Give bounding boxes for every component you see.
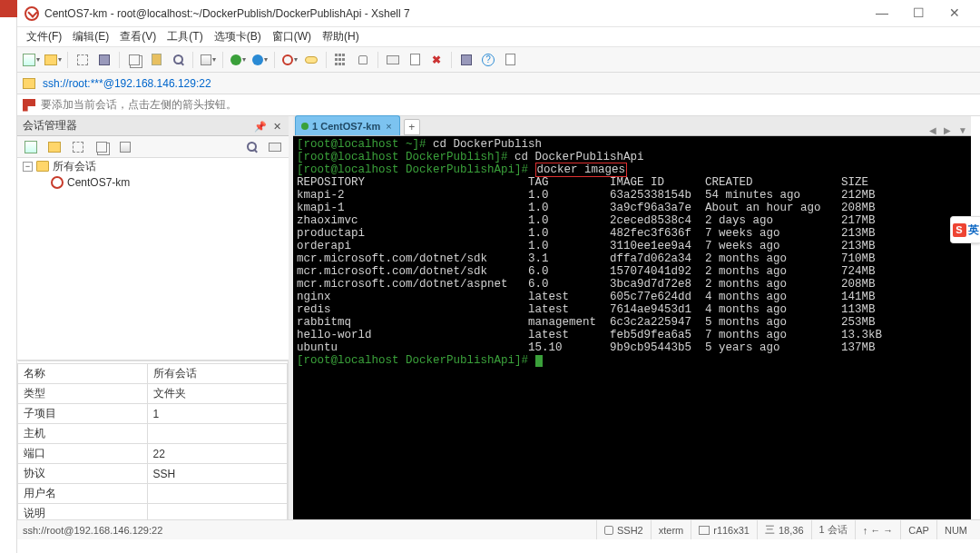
status-links: ↑ ← → xyxy=(855,520,901,539)
session-manager-header: 会话管理器 📌 ✕ xyxy=(17,116,289,136)
prop-row: 用户名 xyxy=(18,484,288,504)
ime-lang: 英 xyxy=(968,222,979,238)
prop-key: 名称 xyxy=(18,364,148,384)
left-gutter xyxy=(0,0,17,553)
prop-val: 所有会话 xyxy=(147,364,287,384)
sess-link-button[interactable] xyxy=(68,137,88,157)
bottom-strip xyxy=(0,539,980,553)
menu-window[interactable]: 窗口(W) xyxy=(267,27,317,46)
addr-icon[interactable] xyxy=(23,78,35,89)
status-term: xterm xyxy=(651,520,691,539)
flag-icon xyxy=(23,99,35,112)
menu-tabs[interactable]: 选项卡(B) xyxy=(209,27,267,46)
cancel-red-button[interactable]: ✖ xyxy=(426,50,446,70)
lock-icon xyxy=(604,526,613,535)
color-green-button[interactable] xyxy=(228,50,248,70)
status-pos: 三 18,36 xyxy=(757,520,811,539)
session-toolbar xyxy=(17,136,289,158)
tab-status-icon xyxy=(301,123,309,130)
status-sessions: 1 会话 xyxy=(811,520,855,539)
tab-next-button[interactable]: ▶ xyxy=(940,125,955,135)
tree-root-label: 所有会话 xyxy=(53,159,96,174)
titlebar: CentOS7-km - root@localhost:~/DockerPubl… xyxy=(17,0,980,27)
status-cap: CAP xyxy=(900,520,936,539)
sess-list-button[interactable] xyxy=(265,137,285,157)
menu-edit[interactable]: 编辑(E) xyxy=(67,27,114,46)
app-red-button[interactable] xyxy=(279,50,299,70)
terminal-tabs: 1 CentOS7-km × + ◀ ▶ ▼ xyxy=(293,116,971,136)
collapse-icon[interactable]: − xyxy=(23,162,33,172)
menu-help[interactable]: 帮助(H) xyxy=(317,27,365,46)
session-icon xyxy=(51,176,64,189)
tab-close-icon[interactable]: × xyxy=(384,121,393,132)
address-text[interactable]: ssh://root:***@192.168.146.129:22 xyxy=(43,77,211,90)
prop-row: 协议SSH xyxy=(18,464,288,484)
open-session-button[interactable] xyxy=(43,50,63,70)
key-button[interactable] xyxy=(301,50,321,70)
status-size: r116x31 xyxy=(691,520,757,539)
sess-new-button[interactable] xyxy=(21,137,41,157)
tip-text: 要添加当前会话，点击左侧的箭头按钮。 xyxy=(41,97,237,113)
disconnect-button[interactable] xyxy=(94,50,114,70)
sess-folder-button[interactable] xyxy=(44,137,64,157)
close-button[interactable]: ✕ xyxy=(936,3,973,25)
color-blue-button[interactable] xyxy=(250,50,270,70)
status-bar: ssh://root@192.168.146.129:22 SSH2 xterm… xyxy=(17,519,980,539)
find-button[interactable] xyxy=(168,50,188,70)
prop-row: 子项目1 xyxy=(18,404,288,424)
prop-row: 类型文件夹 xyxy=(18,384,288,404)
folder-icon xyxy=(36,161,49,172)
status-num: NUM xyxy=(936,520,975,539)
misc2-button[interactable] xyxy=(500,50,520,70)
status-ssh: SSH2 xyxy=(596,520,651,539)
tip-bar: 要添加当前会话，点击左侧的箭头按钮。 xyxy=(17,94,980,116)
close-panel-icon[interactable]: ✕ xyxy=(270,120,283,133)
maximize-button[interactable]: ☐ xyxy=(900,3,936,25)
toolbar: ✖ ? xyxy=(17,47,980,73)
grid-button[interactable] xyxy=(331,50,351,70)
paste-button[interactable] xyxy=(146,50,166,70)
monitor-icon xyxy=(699,526,710,535)
menu-view[interactable]: 查看(V) xyxy=(114,27,162,46)
sess-prop-button[interactable] xyxy=(115,137,135,157)
menu-file[interactable]: 文件(F) xyxy=(21,27,67,46)
tab-centos[interactable]: 1 CentOS7-km × xyxy=(295,115,400,135)
ime-toolbar[interactable]: S 英 xyxy=(950,216,980,243)
sess-copy-button[interactable] xyxy=(92,137,112,157)
session-button[interactable] xyxy=(383,50,403,70)
properties-button[interactable] xyxy=(198,50,218,70)
status-path: ssh://root@192.168.146.129:22 xyxy=(23,525,162,536)
session-tree[interactable]: − 所有会话 CentOS7-km xyxy=(17,158,289,360)
prop-row-name: 名称所有会话 xyxy=(18,364,288,384)
lock-button[interactable] xyxy=(353,50,373,70)
sogou-icon: S xyxy=(953,223,966,237)
left-gutter-tab[interactable] xyxy=(0,0,17,17)
address-bar: ssh://root:***@192.168.146.129:22 xyxy=(17,73,980,94)
app-icon xyxy=(24,6,39,21)
sess-search-button[interactable] xyxy=(241,137,261,157)
misc1-button[interactable] xyxy=(456,50,476,70)
prop-row: 说明 xyxy=(18,504,288,520)
tab-prev-button[interactable]: ◀ xyxy=(926,125,940,135)
prop-row: 端口22 xyxy=(18,444,288,464)
tree-root[interactable]: − 所有会话 xyxy=(17,158,289,174)
minimize-button[interactable]: — xyxy=(864,3,900,25)
doc-button[interactable] xyxy=(405,50,425,70)
menubar: 文件(F) 编辑(E) 查看(V) 工具(T) 选项卡(B) 窗口(W) 帮助(… xyxy=(17,27,980,47)
session-manager-title: 会话管理器 xyxy=(23,118,77,133)
window-title: CentOS7-km - root@localhost:~/DockerPubl… xyxy=(44,7,864,20)
pin-icon[interactable]: 📌 xyxy=(254,120,267,133)
copy-button[interactable] xyxy=(124,50,144,70)
new-session-button[interactable] xyxy=(21,50,41,70)
terminal[interactable]: [root@localhost ~]# cd DockerPublish [ro… xyxy=(293,136,971,519)
tree-item-centos[interactable]: CentOS7-km xyxy=(17,174,289,191)
properties-panel: 名称所有会话 类型文件夹子项目1主机端口22协议SSH用户名说明 xyxy=(17,360,289,519)
menu-tools[interactable]: 工具(T) xyxy=(162,27,208,46)
new-tab-button[interactable]: + xyxy=(404,119,420,135)
tree-item-label: CentOS7-km xyxy=(67,176,130,189)
prop-row: 主机 xyxy=(18,424,288,444)
help-button[interactable]: ? xyxy=(478,50,498,70)
right-rail xyxy=(971,116,980,519)
connect-button[interactable] xyxy=(73,50,93,70)
tab-menu-button[interactable]: ▼ xyxy=(955,125,971,135)
